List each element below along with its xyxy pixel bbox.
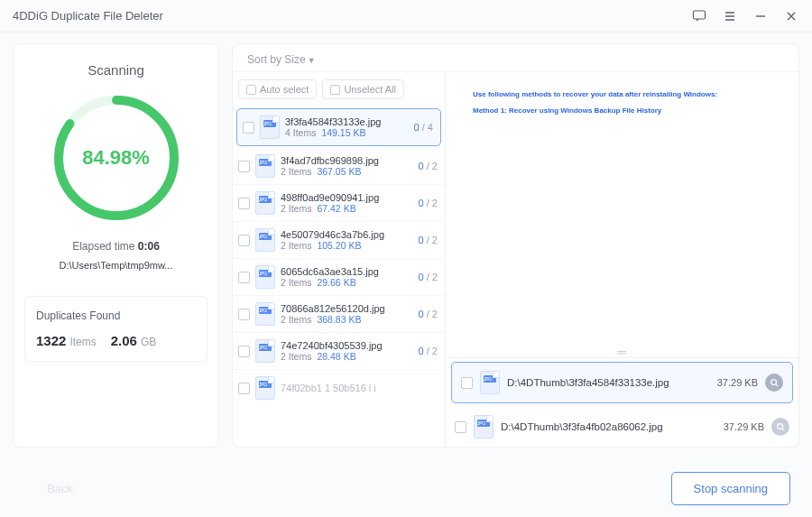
group-count: 0 / 2 (419, 161, 438, 171)
group-count: 0 / 2 (419, 272, 438, 282)
detail-row[interactable]: D:\4DThumb\3f3fa4fb02a86062.jpg37.29 KB (446, 407, 798, 447)
detail-column: Use following methods to recover your da… (446, 72, 798, 447)
detail-list: D:\4DThumb\3f3fa4584f33133e.jpg37.29 KBD… (446, 357, 798, 447)
detail-checkbox[interactable] (461, 377, 473, 389)
group-items: 2 Items (281, 240, 311, 251)
groups-column: Auto select Unselect All 3f3fa4584f33133… (233, 72, 446, 447)
close-icon[interactable] (783, 8, 799, 24)
group-row[interactable]: 74e7240bf4305539.jpg2 Items28.48 KB0 / 2 (233, 333, 445, 370)
scan-path: D:\Users\Temp\tmp9mw... (60, 260, 173, 271)
group-size: 28.48 KB (317, 351, 355, 362)
file-icon (474, 415, 494, 439)
group-row[interactable]: 3f4ad7dfbc969898.jpg2 Items367.05 KB0 / … (233, 148, 445, 185)
progress-percent: 84.98% (82, 146, 150, 170)
auto-select-button[interactable]: Auto select (238, 79, 317, 99)
detail-checkbox[interactable] (455, 421, 466, 433)
group-checkbox[interactable] (238, 198, 250, 209)
group-row[interactable]: 6065dc6a3ae3a15.jpg2 Items29.66 KB0 / 2 (233, 259, 445, 296)
detail-path: D:\4DThumb\3f3fa4584f33133e.jpg (507, 377, 710, 388)
file-icon (255, 339, 275, 363)
group-count: 0 / 2 (419, 346, 438, 356)
file-icon (480, 371, 500, 394)
group-checkbox[interactable] (238, 161, 250, 172)
file-icon (255, 265, 275, 289)
group-size: 149.15 KB (321, 127, 365, 138)
preview-pane: Use following methods to recover your da… (446, 72, 798, 346)
dup-count: 1322 (36, 333, 66, 348)
unselect-all-button[interactable]: Unselect All (322, 79, 403, 99)
stop-scanning-button[interactable]: Stop scanning (671, 472, 790, 505)
group-count: 0 / 2 (419, 198, 438, 208)
group-filename: 3f3fa4584f33133e.jpg (285, 116, 409, 127)
minimize-icon[interactable] (752, 8, 769, 24)
scan-label: Scanning (88, 62, 144, 78)
detail-size: 37.29 KB (724, 421, 764, 432)
group-checkbox[interactable] (243, 122, 254, 134)
group-checkbox[interactable] (238, 309, 250, 320)
group-checkbox[interactable] (238, 272, 250, 283)
feedback-icon[interactable] (691, 8, 707, 24)
footer: Back Stop scanning (0, 459, 812, 517)
app-title: 4DDiG Duplicate File Deleter (13, 9, 163, 23)
file-icon (255, 154, 275, 178)
group-row[interactable]: 498ff0ad9e090941.jpg2 Items67.42 KB0 / 2 (233, 185, 445, 222)
magnify-icon[interactable] (765, 374, 783, 392)
group-row[interactable]: 3f3fa4584f33133e.jpg4 Items149.15 KB0 / … (236, 108, 441, 146)
group-items: 2 Items (281, 351, 311, 362)
group-row[interactable]: 70866a812e56120d.jpg2 Items368.83 KB0 / … (233, 296, 445, 333)
detail-path: D:\4DThumb\3f3fa4fb02a86062.jpg (501, 421, 716, 432)
group-size: 29.66 KB (317, 277, 355, 288)
svg-point-3 (770, 379, 776, 384)
group-size: 367.05 KB (317, 166, 361, 177)
back-button[interactable]: Back (22, 473, 98, 504)
dup-size: 2.06 (111, 333, 137, 348)
group-count: 0 / 4 (414, 122, 433, 133)
group-count: 0 / 2 (419, 235, 438, 245)
splitter-handle[interactable]: ═ (446, 346, 798, 357)
window-controls (691, 8, 799, 24)
file-icon (255, 191, 275, 215)
titlebar: 4DDiG Duplicate File Deleter (0, 0, 812, 32)
group-items: 2 Items (281, 277, 311, 288)
group-items: 4 Items (285, 127, 316, 138)
unselect-icon (330, 85, 340, 95)
duplicates-title: Duplicates Found (36, 309, 196, 322)
group-count: 0 / 2 (419, 309, 438, 319)
detail-size: 37.29 KB (717, 377, 758, 388)
group-size: 67.42 KB (317, 203, 355, 214)
group-filename: 4e50079d46c3a7b6.jpg (281, 229, 413, 240)
file-icon (260, 115, 280, 139)
group-row[interactable]: 74f02bb1 1 50b516 l i (233, 370, 445, 406)
magnify-icon[interactable] (771, 418, 789, 436)
group-size: 105.20 KB (317, 240, 361, 251)
elapsed-time: Elapsed time 0:06 (72, 240, 160, 253)
detail-row[interactable]: D:\4DThumb\3f3fa4584f33133e.jpg37.29 KB (451, 362, 793, 403)
group-row[interactable]: 4e50079d46c3a7b6.jpg2 Items105.20 KB0 / … (233, 222, 445, 259)
checkbox-icon (246, 85, 256, 95)
scan-panel: Scanning 84.98% Elapsed time 0:06 D:\Use… (13, 43, 219, 448)
group-filename: 6065dc6a3ae3a15.jpg (281, 266, 413, 277)
group-items: 2 Items (281, 314, 311, 325)
group-list: 3f3fa4584f33133e.jpg4 Items149.15 KB0 / … (233, 106, 445, 447)
file-icon (255, 228, 275, 252)
group-checkbox[interactable] (238, 235, 250, 246)
group-items: 2 Items (281, 166, 311, 177)
sort-dropdown[interactable]: Sort by Size▼ (233, 44, 798, 72)
chevron-down-icon: ▼ (308, 56, 316, 65)
group-checkbox[interactable] (238, 346, 250, 357)
results-panel: Sort by Size▼ Auto select Unselect All 3… (232, 43, 799, 448)
file-icon (255, 302, 275, 326)
menu-icon[interactable] (722, 8, 738, 24)
group-filename: 74e7240bf4305539.jpg (281, 340, 413, 351)
group-filename: 70866a812e56120d.jpg (281, 303, 413, 314)
group-items: 2 Items (281, 203, 311, 214)
duplicates-summary: Duplicates Found 1322 Items 2.06 GB (24, 296, 208, 362)
progress-ring: 84.98% (49, 90, 184, 226)
svg-point-4 (777, 423, 782, 429)
main-area: Scanning 84.98% Elapsed time 0:06 D:\Use… (0, 32, 812, 448)
group-filename: 498ff0ad9e090941.jpg (281, 192, 413, 203)
group-size: 368.83 KB (317, 314, 361, 325)
svg-rect-0 (694, 11, 706, 19)
group-filename: 3f4ad7dfbc969898.jpg (281, 155, 413, 166)
